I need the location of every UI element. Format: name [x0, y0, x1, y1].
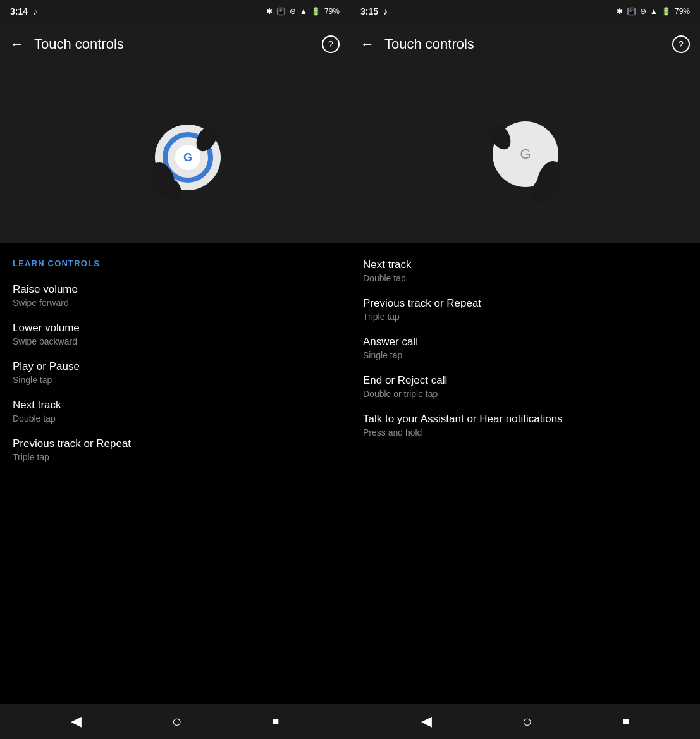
left-earbud-image: G	[125, 97, 226, 211]
dnd-icon: ⊖	[290, 7, 296, 16]
right-status-bar: 3:15 ♪ ✱ 📳 ⊖ ▲ 🔋 79%	[350, 0, 700, 23]
right-music-icon: ♪	[383, 6, 388, 16]
left-music-icon: ♪	[33, 6, 37, 16]
right-help-button[interactable]: ?	[672, 35, 690, 53]
left-battery-text: 79%	[324, 7, 340, 16]
control-gesture: Double tap	[13, 413, 337, 424]
list-item: End or Reject call Double or triple tap	[363, 374, 687, 399]
svg-text:G: G	[183, 151, 192, 164]
control-action: Lower volume	[13, 322, 337, 334]
content-area: LEARN CONTROLS Raise volume Swipe forwar…	[0, 243, 700, 704]
vibrate-icon: 📳	[276, 7, 286, 16]
left-help-button[interactable]: ?	[322, 35, 340, 53]
right-earbud-panel: G	[350, 66, 700, 243]
left-back-nav-button[interactable]: ◀	[71, 713, 82, 730]
left-page-title: Touch controls	[34, 36, 322, 52]
list-item: Previous track or Repeat Triple tap	[363, 297, 687, 322]
app-bars: ← Touch controls ? ← Touch controls ?	[0, 23, 700, 66]
control-action: Answer call	[363, 336, 687, 348]
list-item: Previous track or Repeat Triple tap	[13, 437, 337, 462]
list-item: Raise volume Swipe forward	[13, 283, 337, 308]
svg-text:G: G	[520, 146, 531, 162]
right-back-nav-button[interactable]: ◀	[421, 713, 432, 730]
control-action: Play or Pause	[13, 360, 337, 373]
control-gesture: Single tap	[13, 375, 337, 385]
dnd-icon-r: ⊖	[640, 7, 646, 16]
control-action: Previous track or Repeat	[363, 297, 687, 310]
left-back-button[interactable]: ←	[10, 36, 24, 52]
control-gesture: Single tap	[363, 350, 687, 360]
control-gesture: Double or triple tap	[363, 389, 687, 399]
left-nav-bar: ◀ ○ ■	[0, 704, 350, 739]
control-gesture: Swipe forward	[13, 298, 337, 308]
left-time: 3:14	[10, 6, 28, 16]
control-gesture: Double tap	[363, 273, 687, 283]
right-battery-text: 79%	[675, 7, 690, 16]
right-earbud-image: G	[475, 97, 576, 211]
earbud-area: G G	[0, 66, 700, 243]
right-page-title: Touch controls	[384, 36, 672, 52]
left-home-nav-button[interactable]: ○	[172, 712, 182, 731]
right-help-icon: ?	[679, 39, 684, 49]
nav-bars: ◀ ○ ■ ◀ ○ ■	[0, 704, 700, 739]
list-item: Play or Pause Single tap	[13, 360, 337, 385]
control-gesture: Swipe backward	[13, 336, 337, 346]
left-content-panel: LEARN CONTROLS Raise volume Swipe forwar…	[0, 243, 350, 704]
right-home-nav-button[interactable]: ○	[522, 712, 532, 731]
control-gesture: Triple tap	[363, 312, 687, 322]
list-item: Answer call Single tap	[363, 336, 687, 360]
right-content-panel: Next track Double tap Previous track or …	[350, 243, 700, 704]
left-earbud-panel: G	[0, 66, 350, 243]
left-app-bar: ← Touch controls ?	[0, 23, 350, 66]
wifi-icon: ▲	[300, 7, 307, 16]
right-nav-bar: ◀ ○ ■	[350, 704, 700, 739]
bluetooth-icon: ✱	[266, 7, 273, 16]
list-item: Next track Double tap	[363, 259, 687, 283]
battery-icon-r: 🔋	[661, 7, 671, 16]
battery-icon: 🔋	[311, 7, 321, 16]
control-action: Talk to your Assistant or Hear notificat…	[363, 413, 687, 425]
section-label: LEARN CONTROLS	[13, 259, 337, 268]
vibrate-icon-r: 📳	[627, 7, 636, 16]
control-action: End or Reject call	[363, 374, 687, 387]
left-recent-nav-button[interactable]: ■	[273, 715, 279, 728]
left-status-icons: ✱ 📳 ⊖ ▲ 🔋 79%	[266, 7, 340, 16]
control-gesture: Press and hold	[363, 427, 687, 437]
right-app-bar: ← Touch controls ?	[350, 23, 700, 66]
list-item: Next track Double tap	[13, 399, 337, 424]
right-recent-nav-button[interactable]: ■	[623, 715, 630, 728]
control-gesture: Triple tap	[13, 452, 337, 462]
list-item: Talk to your Assistant or Hear notificat…	[363, 413, 687, 437]
status-bars: 3:14 ♪ ✱ 📳 ⊖ ▲ 🔋 79% 3:15 ♪ ✱ 📳 ⊖ ▲ 🔋 79…	[0, 0, 700, 23]
right-status-icons: ✱ 📳 ⊖ ▲ 🔋 79%	[617, 7, 690, 16]
left-help-icon: ?	[328, 39, 333, 49]
right-back-button[interactable]: ←	[360, 36, 374, 52]
wifi-icon-r: ▲	[650, 7, 658, 16]
bluetooth-icon-r: ✱	[617, 7, 623, 16]
right-time: 3:15	[360, 6, 378, 16]
control-action: Raise volume	[13, 283, 337, 296]
control-action: Previous track or Repeat	[13, 437, 337, 450]
list-item: Lower volume Swipe backward	[13, 322, 337, 346]
control-action: Next track	[13, 399, 337, 412]
left-status-bar: 3:14 ♪ ✱ 📳 ⊖ ▲ 🔋 79%	[0, 0, 350, 23]
control-action: Next track	[363, 259, 687, 271]
